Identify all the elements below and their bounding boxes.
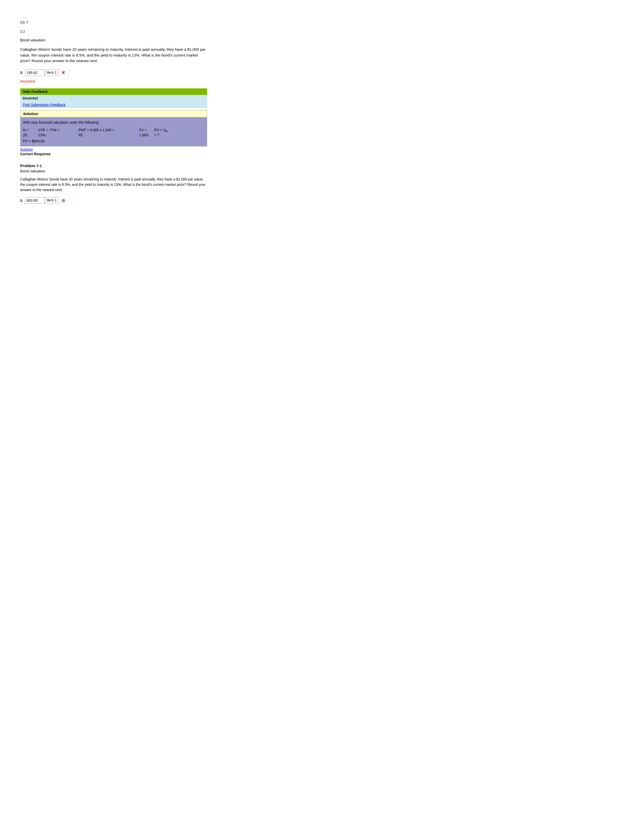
sol-n-value: 20;: [23, 133, 38, 137]
sol-iyr-value: 13%;: [38, 133, 79, 137]
sol-pv-label: PV = VB: [154, 128, 174, 133]
post-submission-link[interactable]: Post Submission Feedback: [20, 101, 207, 108]
hide-feedback-button[interactable]: Hide Feedback: [20, 88, 207, 95]
incorrect-icon: ✕: [61, 70, 65, 76]
sol-pv-value: = ?: [154, 133, 174, 137]
problem-number: 1.): [20, 29, 207, 33]
solution-result: PV = $683.89: [23, 139, 204, 143]
chapter-title: Ch 7: [20, 20, 207, 24]
sol-iyr-label: I/YR = YTM =: [38, 128, 79, 133]
sol-n-label: N =: [23, 128, 38, 133]
solution-link[interactable]: Solution: [20, 148, 207, 151]
dollar-sign-1: $: [20, 71, 22, 75]
problem-text: Callaghan Motors' bonds have 20 years re…: [20, 47, 207, 64]
correct-response-label: Correct Response: [20, 152, 207, 156]
dollar-sign-2: $: [20, 198, 22, 203]
sol-fv-value: 1,000;: [139, 133, 154, 137]
incorrect-feedback: Incorrect.: [20, 79, 207, 83]
solution-box: Solution With your financial calculator,…: [20, 110, 207, 147]
item-label-1: Item 1: [45, 69, 59, 76]
answer-wrapper-1: Item 1: [25, 69, 59, 76]
answer-wrapper-2: Item 1: [25, 197, 59, 204]
answer-row-1: $ Item 1 ✕: [20, 69, 207, 76]
problem-ref-subtitle: Bond valuation: [20, 169, 207, 173]
answer-row-2: $ Item 1 ⊕: [20, 197, 207, 204]
sol-pmt-label: PMT = 0.085 x 1,000 =: [79, 128, 139, 133]
correct-icon: ⊕: [61, 198, 66, 203]
section-title: Bond valuation: [20, 38, 207, 42]
sol-fv-label: FV =: [139, 128, 154, 133]
solution-header: Solution: [21, 110, 207, 117]
solution-body: With your financial calculator, enter th…: [21, 117, 207, 146]
answer-input-1[interactable]: [25, 69, 45, 76]
sol-pmt-value: 85;: [79, 133, 139, 137]
problem-ref: Problem 7-1: [20, 164, 207, 168]
answer-input-2[interactable]: [25, 197, 45, 204]
solution-intro: With your financial calculator, enter th…: [23, 121, 204, 124]
item-label-2: Item 1: [45, 197, 59, 204]
problem-text-2: Callaghan Motors' bonds have 20 years re…: [20, 177, 207, 193]
incorrect-bar: Incorrect: [20, 95, 207, 101]
